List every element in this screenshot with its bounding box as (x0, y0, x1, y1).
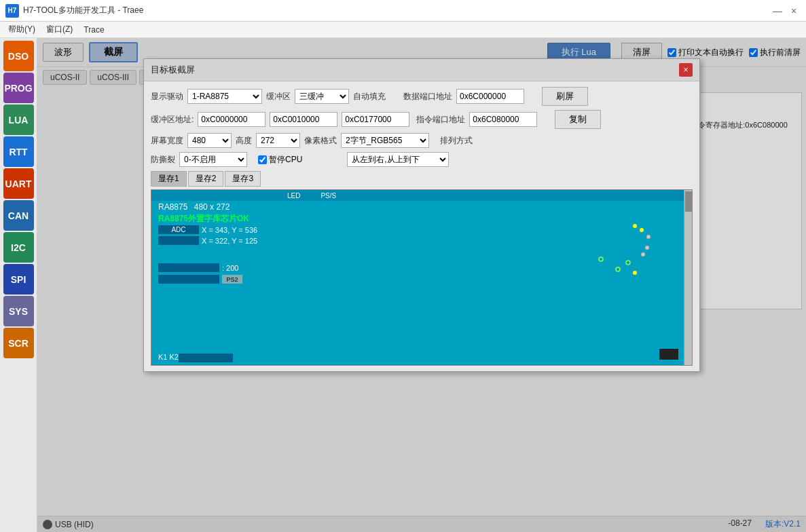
dialog-body: 显示驱动 1-RA8875 缓冲区 三缓冲 自动填充 数据端口地址 刷屏 (144, 81, 699, 371)
close-button[interactable]: × (787, 4, 801, 18)
menubar: 帮助(Y) 窗口(Z) Trace (0, 22, 806, 38)
dot-yellow-3 (632, 268, 638, 278)
cmd-port-input[interactable] (469, 112, 537, 127)
preview-value-row: : 200 (158, 263, 238, 272)
svg-point-1 (640, 228, 644, 232)
dot-yellow-2 (639, 225, 644, 235)
preview-ok-text: RA8875外置字库芯片OK (158, 213, 249, 225)
dot-green-3 (615, 265, 621, 274)
preview-k-label: K1 K2 (158, 353, 179, 361)
refresh-button[interactable]: 刷屏 (542, 87, 588, 106)
form-row-1: 显示驱动 1-RA8875 缓冲区 三缓冲 自动填充 数据端口地址 刷屏 (151, 87, 693, 106)
buffer-addr-label: 缓冲区地址: (151, 114, 194, 126)
sidebar-item-lua[interactable]: LUA (3, 104, 34, 135)
dot-gray-3 (640, 250, 646, 259)
sidebar-item-sys[interactable]: SYS (3, 296, 34, 326)
preview-scrollbar[interactable] (684, 190, 692, 365)
form-row-4: 防撕裂 0-不启用 暂停CPU 从左到右,从上到下 (151, 152, 693, 167)
screen-height-label: 高度 (236, 135, 252, 147)
preview-black-rect (659, 349, 678, 360)
svg-point-8 (633, 271, 637, 275)
sidebar-item-scr[interactable]: SCR (3, 328, 34, 358)
pixel-format-select[interactable]: 2字节_RGB565 (341, 133, 429, 148)
preview-mouse-row: X = 322, Y = 125 (158, 236, 257, 245)
screen-preview: LED PS/S RA8875 480 x 272 RA8875外置字库芯片OK (151, 189, 693, 366)
sidebar-item-prog[interactable]: PROG (3, 73, 34, 103)
dialog-close-button[interactable]: × (679, 63, 693, 77)
svg-point-7 (616, 267, 620, 271)
preview-chip-info: RA8875 480 x 272 (158, 202, 230, 212)
dot-gray-1 (646, 232, 651, 242)
app-title: H7-TOOL多功能开发工具 - Traee (23, 5, 143, 16)
screen-height-select[interactable]: 272 (256, 133, 300, 148)
screen-width-label: 屏幕宽度 (151, 135, 183, 147)
dialog-titlebar: 目标板截屏 × (144, 59, 699, 81)
dialog: 目标板截屏 × 显示驱动 1-RA8875 缓冲区 三缓冲 (143, 58, 700, 372)
menu-window[interactable]: 窗口(Z) (41, 22, 78, 37)
display-driver-label: 显示驱动 (151, 91, 183, 102)
buffer-zone-label: 缓冲区 (266, 91, 291, 102)
preview-ps-label: PS/S (320, 192, 336, 200)
sidebar: DSO PROG LUA RTT UART CAN I2C SPI SYS SC… (0, 38, 37, 532)
pixel-format-label: 像素格式 (304, 135, 337, 147)
preview-ps2-row: PS2 (158, 275, 242, 284)
minimize-button[interactable]: — (771, 4, 784, 18)
display-driver-select[interactable]: 1-RA8875 (187, 89, 262, 104)
buffer-addr1-input[interactable] (198, 112, 265, 127)
preview-tab-2[interactable]: 显存2 (188, 171, 224, 187)
preview-led-label: LED (287, 192, 300, 200)
svg-point-4 (641, 252, 645, 256)
dot-yellow-1 (632, 221, 638, 231)
titlebar: H7 H7-TOOL多功能开发工具 - Traee — × (0, 0, 806, 22)
sidebar-item-spi[interactable]: SPI (3, 264, 34, 294)
svg-point-0 (633, 224, 637, 228)
form-row-2: 缓冲区地址: 指令端口地址 复制 (151, 110, 693, 129)
preview-tab-3[interactable]: 显存3 (225, 171, 261, 187)
screen-width-select[interactable]: 480 (187, 133, 232, 148)
sidebar-item-i2c[interactable]: I2C (3, 232, 34, 263)
cmd-port-label: 指令端口地址 (416, 114, 465, 126)
preview-adc-row: ADC X = 343, Y = 536 (158, 225, 257, 234)
sidebar-item-dso[interactable]: DSO (3, 41, 34, 71)
buffer-addr3-input[interactable] (342, 112, 409, 127)
copy-button[interactable]: 复制 (555, 110, 601, 129)
sidebar-item-can[interactable]: CAN (3, 200, 34, 231)
form-row-3: 屏幕宽度 480 高度 272 像素格式 2字节_RGB565 排列方式 (151, 133, 693, 148)
preview-tab-1[interactable]: 显存1 (151, 171, 187, 187)
preview-tabs: 显存1 显存2 显存3 (151, 171, 693, 187)
window-controls: — × (771, 4, 801, 18)
direction-select[interactable]: 从左到右,从上到下 (347, 152, 449, 167)
data-port-label: 数据端口地址 (403, 91, 452, 102)
menu-trace[interactable]: Trace (78, 24, 109, 36)
buffer-zone-select[interactable]: 三缓冲 (295, 89, 349, 104)
main-layout: DSO PROG LUA RTT UART CAN I2C SPI SYS SC… (0, 38, 806, 532)
dot-green-1 (625, 258, 631, 267)
svg-point-5 (626, 261, 630, 265)
svg-point-6 (599, 257, 603, 261)
app-icon: H7 (5, 4, 19, 18)
menu-help[interactable]: 帮助(Y) (3, 22, 41, 37)
pause-cpu-checkbox[interactable]: 暂停CPU (258, 154, 302, 166)
dot-green-2 (598, 254, 604, 264)
sidebar-item-rtt[interactable]: RTT (3, 136, 34, 167)
dialog-title: 目标板截屏 (151, 64, 195, 76)
svg-point-2 (646, 235, 651, 239)
data-port-input[interactable] (456, 89, 524, 104)
auto-fill-label: 自动填充 (353, 91, 386, 102)
anti-tear-label: 防撕裂 (151, 154, 175, 166)
sidebar-item-uart[interactable]: UART (3, 168, 34, 199)
arrange-label: 排列方式 (440, 135, 473, 147)
content-area: 波形 截屏 执行 Lua 清屏 打印文本自动换行 执行前清屏 uCOS-II u… (37, 38, 806, 532)
buffer-addr2-input[interactable] (270, 112, 337, 127)
anti-tear-select[interactable]: 0-不启用 (179, 152, 247, 167)
modal-overlay: 目标板截屏 × 显示驱动 1-RA8875 缓冲区 三缓冲 (37, 38, 806, 532)
